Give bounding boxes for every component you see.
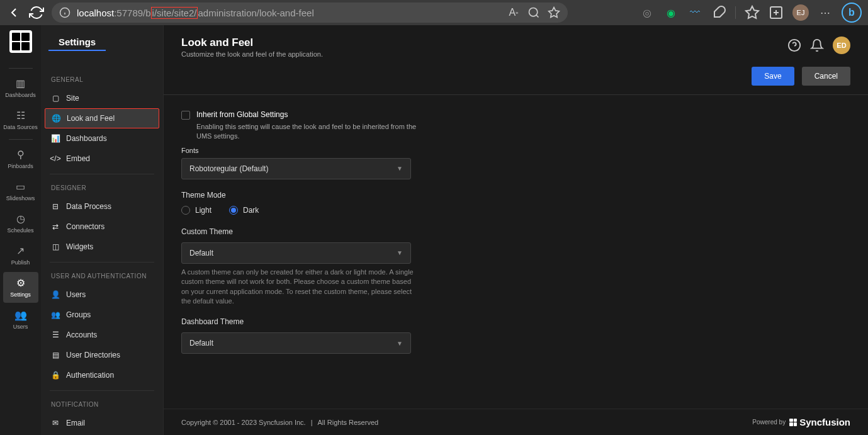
directory-icon: ▤ [51,351,60,359]
rail-dashboards[interactable]: ▥Dashboards [3,72,38,103]
sidebar-item-embed[interactable]: </>Embed [41,149,163,169]
save-button[interactable]: Save [752,67,794,86]
inherit-checkbox[interactable] [181,111,190,120]
ext-icon-2[interactable]: ◉ [663,5,679,20]
sidebar-item-groups[interactable]: 👥Groups [41,305,163,325]
radio-icon [181,206,190,215]
app-logo[interactable] [9,30,32,53]
sidebar-item-connectors[interactable]: ⇄Connectors [41,217,163,237]
sidebar-item-user-directories[interactable]: ▤User Directories [41,345,163,365]
page-subtitle: Customize the look and feel of the appli… [181,50,323,58]
rail-data-sources[interactable]: ☷Data Sources [3,105,38,135]
info-icon[interactable] [59,7,70,18]
data-icon: ⊟ [51,202,60,211]
custom-theme-help: A custom theme can only be created for e… [181,268,420,307]
rail-publish[interactable]: ↗Publish [3,240,38,271]
dashboard-theme-value: Default [189,339,213,347]
sidebar-item-accounts[interactable]: ☰Accounts [41,325,163,345]
chevron-down-icon: ▼ [397,340,403,347]
svg-marker-5 [549,8,560,18]
help-icon[interactable] [787,38,801,52]
svg-point-3 [529,8,538,16]
dashboard-theme-label: Dashboard Theme [181,317,850,326]
back-button[interactable] [6,5,21,20]
email-icon: ✉ [51,419,60,427]
connectors-icon: ⇄ [51,222,60,231]
collections-icon[interactable] [769,5,784,20]
sidebar-item-email[interactable]: ✉Email [41,413,163,433]
cancel-button[interactable]: Cancel [802,67,850,86]
radio-icon [229,206,238,215]
address-bar[interactable]: localhost:57789/bi/site/site2/administra… [52,3,568,23]
widgets-icon: ◫ [51,242,60,251]
sidebar-item-data-process[interactable]: ⊟Data Process [41,196,163,217]
nav-rail: ▥Dashboards ☷Data Sources ⚲Pinboards ▭Sl… [0,25,41,435]
custom-theme-label: Custom Theme [181,227,850,236]
code-icon: </> [51,154,60,163]
svg-line-4 [536,15,539,18]
fonts-select[interactable]: Robotoregular (Default) ▼ [181,158,411,179]
rights: All Rights Reserved [318,419,379,426]
section-user-auth: USER AND AUTHENTICATION [41,268,163,285]
rail-pinboards[interactable]: ⚲Pinboards [3,144,38,174]
users-icon: 👥 [14,309,27,321]
inherit-label: Inherit from Global Settings [196,110,288,119]
zoom-icon[interactable] [527,6,540,19]
accounts-icon: ☰ [51,330,60,339]
syncfusion-logo[interactable]: Syncfusion [789,417,850,427]
groups-icon: 👥 [51,310,60,319]
bing-icon[interactable]: b [842,3,862,23]
site-icon: ▢ [51,94,60,103]
ext-icon-1[interactable]: ◎ [640,5,655,20]
url-text: localhost:57789/bi/site/site2/administra… [77,7,314,19]
dark-radio[interactable]: Dark [229,206,259,215]
favorites-icon[interactable] [745,5,760,20]
refresh-button[interactable] [29,5,44,20]
browser-avatar[interactable]: EJ [792,4,809,21]
extensions-icon[interactable] [711,5,726,20]
theme-mode-label: Theme Mode [181,191,850,200]
sidebar-item-widgets[interactable]: ◫Widgets [41,237,163,257]
rail-users[interactable]: 👥Users [3,304,38,335]
user-icon: 👤 [51,290,60,299]
light-radio[interactable]: Light [181,206,211,215]
sidebar-item-authentication[interactable]: 🔒Authentication [41,365,163,385]
section-general: GENERAL [41,71,163,88]
sidebar-item-site[interactable]: ▢Site [41,88,163,108]
svg-marker-6 [746,6,758,18]
text-size-icon[interactable]: A» [507,6,520,19]
ext-icon-3[interactable]: 〰 [687,5,702,20]
chevron-down-icon: ▼ [397,165,403,172]
sidebar-item-users[interactable]: 👤Users [41,285,163,305]
lock-icon: 🔒 [51,371,60,380]
section-notification: NOTIFICATION [41,396,163,413]
rail-slideshows[interactable]: ▭Slideshows [3,176,38,206]
section-designer: DESIGNER [41,179,163,196]
rail-schedules[interactable]: ◷Schedules [3,208,38,239]
custom-theme-select[interactable]: Default ▼ [181,242,411,264]
inherit-description: Enabling this setting will cause the loo… [196,122,423,142]
chart-icon: 📊 [51,134,60,143]
favorite-icon[interactable] [548,6,560,19]
dashboard-theme-select[interactable]: Default ▼ [181,332,411,354]
schedules-icon: ◷ [16,213,25,225]
settings-sidebar: Settings GENERAL ▢Site 🌐Look and Feel 📊D… [41,25,164,435]
powered-by: Powered by [752,419,786,426]
data-sources-icon: ☷ [16,110,25,121]
browser-bar: localhost:57789/bi/site/site2/administra… [0,0,868,25]
footer: Copyright © 2001 - 2023 Syncfusion Inc. … [164,409,868,435]
bell-icon[interactable] [810,38,824,52]
settings-icon: ⚙ [16,277,25,289]
sidebar-item-look-and-feel[interactable]: 🌐Look and Feel [45,108,159,128]
user-avatar[interactable]: ED [833,37,850,54]
chevron-down-icon: ▼ [397,249,403,256]
copyright: Copyright © 2001 - 2023 Syncfusion Inc. [181,419,306,426]
pinboards-icon: ⚲ [17,149,25,161]
main-content: Look and Feel Customize the look and fee… [164,25,868,435]
sidebar-item-dashboards[interactable]: 📊Dashboards [41,128,163,149]
more-icon[interactable]: ⋯ [818,5,833,20]
publish-icon: ↗ [16,245,25,257]
custom-theme-value: Default [189,249,213,257]
fonts-label: Fonts [181,147,850,154]
rail-settings[interactable]: ⚙Settings [3,272,38,303]
